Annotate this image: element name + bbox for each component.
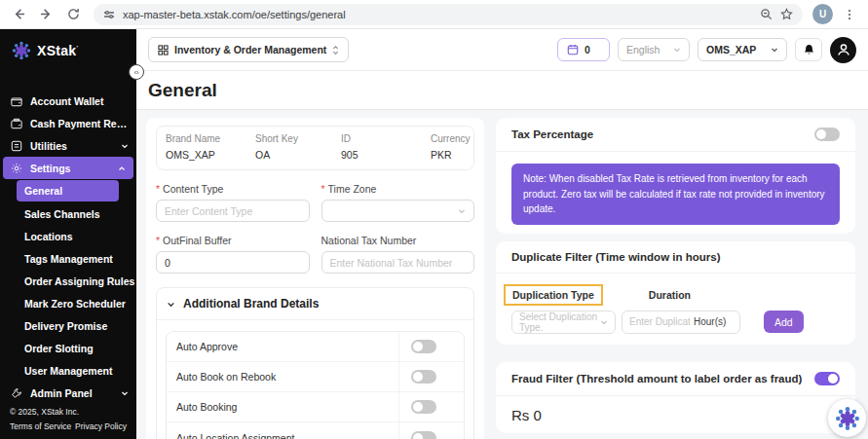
chevron-down-icon xyxy=(458,207,466,215)
short-key-label: Short Key xyxy=(255,133,341,144)
tax-percentage-title: Tax Percentage xyxy=(511,128,593,140)
additional-brand-details-card: Additional Brand Details Auto Approve Au… xyxy=(156,287,474,439)
xstak-flower-icon xyxy=(835,406,860,431)
time-zone-label: *Time Zone xyxy=(321,183,475,195)
additional-brand-details-header[interactable]: Additional Brand Details xyxy=(157,288,473,320)
auto-approve-toggle[interactable] xyxy=(411,340,436,353)
gear-icon xyxy=(11,163,22,174)
content-type-input[interactable] xyxy=(156,200,310,222)
chevron-down-icon xyxy=(771,46,778,54)
sidebar-item-tags-management[interactable]: Tags Management xyxy=(0,247,136,270)
general-settings-panel: Brand NameOMS_XAP Short KeyOA ID905 Curr… xyxy=(146,118,484,439)
chevron-down-icon xyxy=(167,300,175,309)
time-zone-select[interactable] xyxy=(321,200,475,222)
id-label: ID xyxy=(341,133,431,144)
sidebar-item-settings[interactable]: Settings xyxy=(3,157,133,179)
content-type-label: *Content Type xyxy=(156,183,310,195)
utilities-icon xyxy=(11,140,22,152)
language-select[interactable]: English xyxy=(618,38,690,61)
grid-icon xyxy=(158,45,169,55)
duplication-type-label-highlighted: Duplication Type xyxy=(504,284,603,306)
chevron-down-icon xyxy=(121,389,129,397)
tax-percentage-card: Tax Percentage Note: When disabled Tax R… xyxy=(496,118,855,234)
fraud-filter-toggle[interactable] xyxy=(814,372,840,385)
logo-text: XStak' xyxy=(37,43,78,58)
updown-chevron-icon xyxy=(332,45,339,55)
sidebar-item-mark-zero-scheduler[interactable]: Mark Zero Scheduler xyxy=(0,292,136,314)
user-avatar[interactable] xyxy=(830,37,856,63)
fraud-threshold-amount: Rs 0 xyxy=(511,407,542,423)
sidebar-item-cash-payment-receipt[interactable]: Cash Payment Receipt ... xyxy=(0,112,136,134)
copyright-text: © 2025, XStak Inc. xyxy=(10,407,127,417)
sidebar-item-user-management[interactable]: User Management xyxy=(0,359,136,382)
address-bar[interactable]: xap-master-beta.xstak.com/oe/settings/ge… xyxy=(94,4,803,25)
reload-icon[interactable] xyxy=(62,4,84,25)
sidebar-item-sales-channels[interactable]: Sales Channels xyxy=(0,202,136,225)
chevron-down-icon xyxy=(673,46,681,54)
sidebar-item-general[interactable]: General xyxy=(17,180,119,201)
currency-label: Currency xyxy=(431,133,471,144)
sidebar-collapse-button[interactable]: ‹› xyxy=(129,64,144,80)
sidebar-footer: © 2025, XStak Inc. Terms of Service Priv… xyxy=(0,401,136,439)
national-tax-number-label: National Tax Number xyxy=(321,235,475,246)
tax-percentage-toggle[interactable] xyxy=(814,128,840,141)
auto-location-assignment-toggle[interactable] xyxy=(411,431,436,439)
wallet-icon xyxy=(11,95,22,107)
tenant-select[interactable]: OMS_XAP xyxy=(698,38,787,61)
sidebar-item-order-slotting[interactable]: Order Slotting xyxy=(0,337,136,359)
receipt-icon xyxy=(11,118,22,129)
add-button[interactable]: Add xyxy=(764,311,804,333)
calendar-icon xyxy=(567,44,579,55)
sidebar: XStak' ‹› Account Wallet Cash Payment Re… xyxy=(0,29,136,439)
toggle-row-auto-book-on-rebook: Auto Book on Rebook xyxy=(167,362,464,392)
duration-suffix: Hour(s) xyxy=(694,316,726,327)
duration-input-group: Hour(s) xyxy=(622,311,740,334)
auto-booking-toggle[interactable] xyxy=(411,400,436,414)
browser-profile-avatar[interactable]: U xyxy=(812,4,833,24)
sidebar-item-order-assigning-rules[interactable]: Order Assigning Rules xyxy=(0,270,136,292)
sidebar-item-account-wallet[interactable]: Account Wallet xyxy=(0,90,136,112)
sidebar-item-admin-panel[interactable]: Admin Panel xyxy=(0,382,136,401)
url-text[interactable]: xap-master-beta.xstak.com/oe/settings/ge… xyxy=(123,9,752,20)
outfinal-buffer-label: *OutFinal Buffer xyxy=(156,235,310,246)
toggle-row-auto-location-assignment: Auto Location Assignment xyxy=(167,422,464,439)
logo[interactable]: XStak' xyxy=(0,29,136,72)
duration-label: Duration xyxy=(649,289,691,301)
duplicate-filter-card: Duplicate Filter (Time window in hours) … xyxy=(496,241,855,346)
back-icon[interactable] xyxy=(8,4,29,25)
toggle-row-auto-approve: Auto Approve xyxy=(167,332,464,362)
sidebar-item-utilities[interactable]: Utilities xyxy=(0,134,136,157)
site-settings-icon[interactable] xyxy=(103,9,115,20)
browser-menu-icon[interactable] xyxy=(839,4,860,25)
terms-of-service-link[interactable]: Terms of Service xyxy=(10,421,71,431)
bell-icon xyxy=(803,44,815,56)
id-value: 905 xyxy=(341,149,431,161)
brand-name-label: Brand Name xyxy=(166,133,255,144)
sidebar-item-delivery-promise[interactable]: Delivery Promise xyxy=(0,314,136,337)
outfinal-buffer-input[interactable] xyxy=(156,251,310,274)
privacy-policy-link[interactable]: Privacy Policy xyxy=(75,421,127,431)
tax-note: Note: When disabled Tax Rate is retrieve… xyxy=(511,164,840,225)
bookmark-star-icon[interactable] xyxy=(780,8,793,20)
notifications-button[interactable] xyxy=(795,38,822,61)
wrench-icon xyxy=(11,387,22,399)
xstak-flower-icon xyxy=(12,41,31,60)
sidebar-item-locations[interactable]: Locations xyxy=(0,225,136,247)
national-tax-number-input[interactable] xyxy=(321,251,475,274)
app-selector[interactable]: Inventory & Order Management xyxy=(148,37,349,62)
duplication-type-select[interactable]: Select Duplication Type. xyxy=(511,311,616,334)
duration-input[interactable] xyxy=(629,316,690,327)
sidebar-nav: Account Wallet Cash Payment Receipt ... … xyxy=(0,72,136,401)
currency-value: PKR xyxy=(431,149,471,161)
xstak-floating-button[interactable] xyxy=(828,399,866,437)
day-counter[interactable]: 0 xyxy=(557,38,610,61)
auto-book-on-rebook-toggle[interactable] xyxy=(411,370,436,384)
zoom-icon[interactable] xyxy=(760,8,773,20)
chevron-down-icon xyxy=(600,318,608,326)
chevron-up-icon xyxy=(118,165,126,172)
browser-toolbar: xap-master-beta.xstak.com/oe/settings/ge… xyxy=(0,0,868,29)
fraud-filter-card: Fraud Filter (Threshold amount to label … xyxy=(496,362,855,433)
chevron-down-icon xyxy=(121,142,129,150)
forward-icon[interactable] xyxy=(35,4,57,25)
toggle-row-auto-booking: Auto Booking xyxy=(167,392,464,422)
